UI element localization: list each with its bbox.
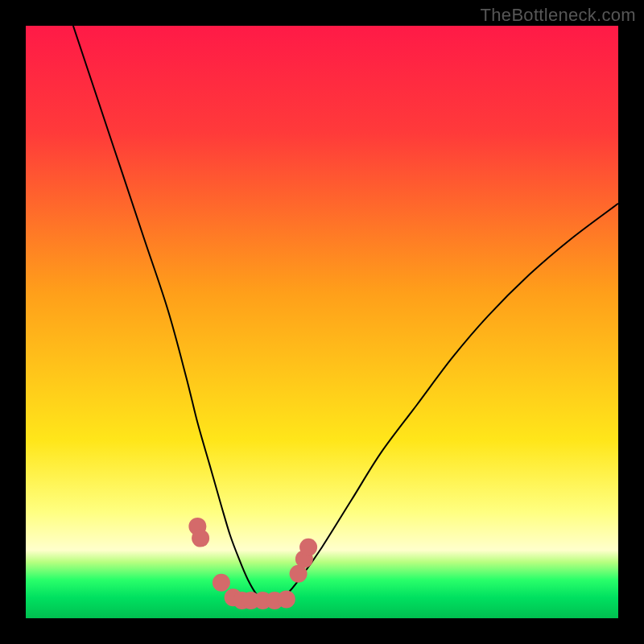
curve-marker: [213, 574, 230, 592]
curve-marker: [299, 539, 317, 556]
curve-marker: [278, 590, 295, 608]
gradient-background: [26, 26, 618, 618]
chart-svg: [26, 26, 618, 618]
watermark-text: TheBottleneck.com: [481, 5, 636, 26]
outer-frame: TheBottleneck.com: [0, 0, 644, 644]
plot-area: [26, 26, 618, 618]
curve-marker: [192, 530, 209, 547]
